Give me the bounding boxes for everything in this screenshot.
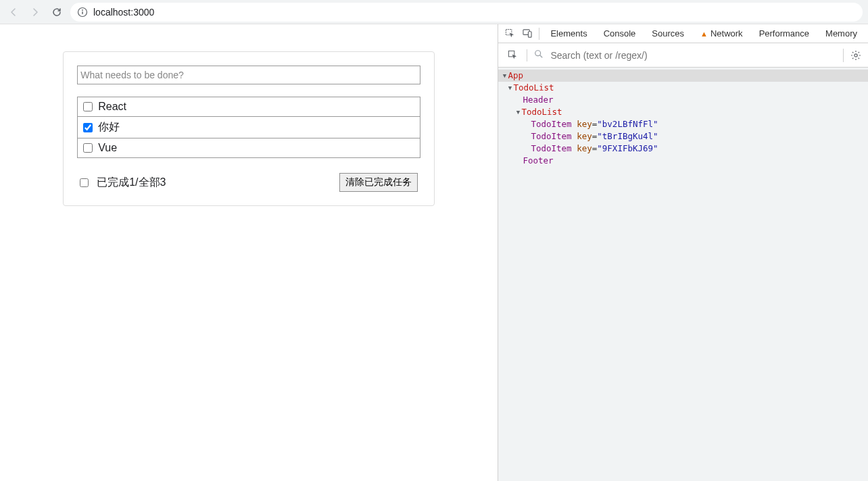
tab-elements[interactable]: Elements <box>544 24 594 43</box>
todo-item: Vue <box>78 138 420 157</box>
tree-label: TodoItem <box>531 118 571 130</box>
tree-node-footer[interactable]: Footer <box>498 155 868 167</box>
tab-label: Elements <box>550 28 587 39</box>
todo-item: React <box>78 97 420 117</box>
tree-label: TodoItem <box>531 143 571 155</box>
tree-label: TodoList <box>521 106 562 118</box>
caret-down-icon: ▼ <box>506 82 513 94</box>
tree-key: key <box>577 143 592 155</box>
tree-value: "bv2LBfNfFl" <box>597 118 658 130</box>
svg-rect-5 <box>528 32 531 37</box>
devtools-search-input[interactable] <box>550 50 836 61</box>
tab-sources[interactable]: Sources <box>645 24 691 43</box>
caret-down-icon: ▼ <box>501 70 508 82</box>
component-tree: ▼ App ▼ TodoList Header ▼ TodoList TodoI… <box>498 68 868 481</box>
tab-label: Sources <box>652 28 684 39</box>
divider <box>527 49 527 61</box>
tree-value: "9FXIFbKJ69" <box>597 143 658 155</box>
svg-point-1 <box>82 9 83 11</box>
device-toggle-icon[interactable] <box>520 26 535 41</box>
tab-label: Network <box>710 28 743 39</box>
info-icon <box>77 7 88 18</box>
todo-checkbox[interactable] <box>83 143 93 153</box>
tree-label: Footer <box>523 155 553 167</box>
gear-icon[interactable] <box>843 49 861 62</box>
reload-icon[interactable] <box>49 4 65 20</box>
tab-network[interactable]: ▲Network <box>694 24 750 43</box>
divider <box>539 28 539 40</box>
caret-down-icon: ▼ <box>514 106 521 118</box>
tab-console[interactable]: Console <box>597 24 643 43</box>
new-todo-input[interactable] <box>77 66 420 84</box>
clear-completed-button[interactable]: 清除已完成任务 <box>339 173 418 192</box>
footer-status: 已完成1/全部3 <box>97 176 166 190</box>
devtools-tabs: Elements Console Sources ▲Network Perfor… <box>498 24 868 43</box>
todo-app: React 你好 Vue 已完成1/全部3 清除已完成任务 <box>63 51 435 206</box>
svg-point-8 <box>854 53 857 56</box>
select-element-icon[interactable] <box>505 48 520 63</box>
tab-label: Console <box>604 28 636 39</box>
tree-key: key <box>577 118 592 130</box>
todo-label: Vue <box>98 142 117 154</box>
browser-toolbar: localhost:3000 <box>0 0 868 24</box>
svg-rect-2 <box>82 11 82 14</box>
url-bar[interactable]: localhost:3000 <box>70 3 863 22</box>
todo-label: React <box>98 101 126 113</box>
tree-label: App <box>508 70 523 82</box>
tab-memory[interactable]: Memory <box>819 24 864 43</box>
todo-list: React 你好 Vue <box>77 97 420 158</box>
tree-label: TodoItem <box>531 130 571 143</box>
url-text: localhost:3000 <box>93 7 154 18</box>
page-content: React 你好 Vue 已完成1/全部3 清除已完成任务 <box>0 24 498 481</box>
inspect-icon[interactable] <box>502 26 517 41</box>
todo-footer: 已完成1/全部3 清除已完成任务 <box>77 173 420 192</box>
tree-node-todolist[interactable]: ▼ TodoList <box>498 82 868 94</box>
tree-key: key <box>577 130 592 143</box>
tree-node-todoitem[interactable]: TodoItem key="9FXIFbKJ69" <box>498 143 868 155</box>
tree-node-todolist[interactable]: ▼ TodoList <box>498 106 868 118</box>
tree-value: "tBrIBgKu4l" <box>597 130 658 143</box>
tree-node-todoitem[interactable]: TodoItem key="bv2LBfNfFl" <box>498 118 868 130</box>
devtools-search-bar <box>498 43 868 68</box>
warning-icon: ▲ <box>700 30 708 38</box>
back-icon[interactable] <box>5 4 22 20</box>
toggle-all-checkbox[interactable] <box>80 178 89 187</box>
tree-node-app[interactable]: ▼ App <box>498 70 868 82</box>
tree-node-header[interactable]: Header <box>498 94 868 106</box>
tree-label: TodoList <box>513 82 554 94</box>
tab-label: Memory <box>825 28 857 39</box>
todo-checkbox[interactable] <box>83 123 93 132</box>
tab-performance[interactable]: Performance <box>752 24 816 43</box>
todo-label: 你好 <box>98 120 120 134</box>
svg-point-7 <box>535 51 541 56</box>
tree-node-todoitem[interactable]: TodoItem key="tBrIBgKu4l" <box>498 130 868 143</box>
forward-icon[interactable] <box>27 4 43 20</box>
tree-label: Header <box>523 94 553 106</box>
todo-checkbox[interactable] <box>83 102 93 111</box>
search-icon <box>534 49 544 61</box>
devtools-panel: Elements Console Sources ▲Network Perfor… <box>498 24 868 481</box>
tab-label: Performance <box>759 28 809 39</box>
todo-item: 你好 <box>78 117 420 138</box>
